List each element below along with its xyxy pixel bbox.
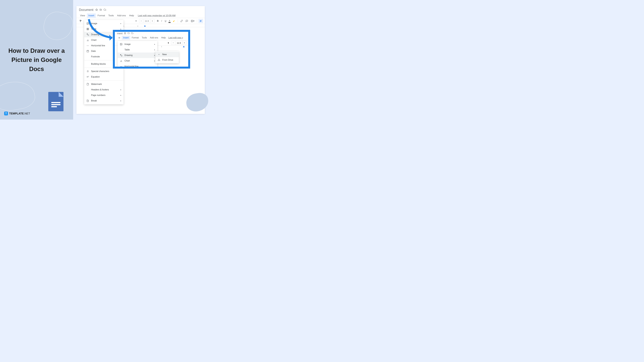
callout-menu-tools[interactable]: Tools	[140, 36, 148, 40]
callout-menu-insert[interactable]: Insert	[122, 36, 130, 40]
move-icon[interactable]	[100, 9, 102, 12]
break-icon	[86, 99, 89, 102]
callout-item-drawing[interactable]: Drawing ▸	[118, 53, 157, 58]
font-size-decrease[interactable]: −	[171, 41, 175, 45]
font-size-increase[interactable]: +	[182, 41, 186, 45]
chevron-right-icon: ▸	[120, 28, 121, 30]
menu-item-equation[interactable]: π² Equation	[84, 74, 124, 80]
comment-icon[interactable]	[184, 19, 189, 23]
callout-item-chart[interactable]: Chart ▸	[118, 58, 157, 64]
chevron-right-icon: ▸	[154, 43, 155, 45]
submenu-new[interactable]: + New	[156, 52, 179, 57]
ruler-indent-marker[interactable]	[183, 46, 185, 47]
menu-tools[interactable]: Tools	[107, 14, 116, 18]
svg-point-13	[121, 55, 122, 56]
menu-item-watermark[interactable]: Watermark	[84, 81, 124, 87]
google-docs-icon	[48, 92, 64, 111]
dropdown-caret-icon[interactable]: ▾	[134, 19, 138, 23]
paint-format-icon[interactable]	[78, 19, 83, 23]
hline-icon: —	[86, 44, 89, 47]
tutorial-left-panel: How to Draw over a Picture in Google Doc…	[0, 0, 73, 120]
document-title[interactable]: Document	[79, 8, 94, 12]
menubar: View Insert Format Tools Add-ons Help La…	[76, 13, 205, 18]
chevron-right-icon: ▸	[154, 60, 155, 62]
brand-icon: T	[4, 112, 8, 115]
drawing-icon	[120, 54, 122, 57]
chevron-right-icon: ▸	[120, 89, 121, 91]
font-size-decrease[interactable]: −	[139, 19, 143, 23]
link-icon[interactable]	[179, 19, 184, 23]
menu-view[interactable]: View	[78, 14, 87, 18]
ruler-indent-marker[interactable]	[144, 25, 146, 27]
svg-point-11	[120, 44, 121, 44]
chart-icon	[120, 59, 122, 62]
highlight-button[interactable]	[172, 19, 176, 23]
menu-help[interactable]: Help	[128, 14, 136, 18]
watermark-icon	[86, 83, 89, 86]
cloud-icon[interactable]	[104, 9, 106, 12]
menu-item-break[interactable]: Break ▸	[84, 98, 124, 104]
pi-icon: π²	[86, 75, 89, 78]
brand-text: TEMPLATE.NET	[9, 112, 30, 115]
align-icon[interactable]	[198, 19, 203, 23]
menu-insert[interactable]: Insert	[87, 14, 96, 18]
menu-addons[interactable]: Add-ons	[116, 14, 128, 18]
font-size-control: − 11.5 +	[139, 19, 154, 23]
star-icon[interactable]	[95, 9, 98, 12]
drawing-submenu: + New From Drive	[156, 51, 179, 63]
last-edit-link[interactable]: Last edit was yesterday at 10:09 AM	[138, 14, 176, 18]
move-icon[interactable]	[128, 32, 130, 35]
cloud-icon[interactable]	[131, 32, 133, 35]
omega-icon: Ω	[86, 70, 89, 73]
svg-marker-9	[124, 32, 126, 34]
tutorial-title: How to Draw over a Picture in Google Doc…	[4, 46, 69, 74]
callout-item-table[interactable]: Table ▸	[118, 47, 157, 53]
drive-icon	[158, 59, 160, 61]
callout-menu-help[interactable]: Help	[160, 36, 167, 40]
svg-point-2	[192, 20, 192, 21]
dropdown-caret-icon[interactable]: ▾	[167, 42, 170, 44]
callout-highlight-box: ment w Insert Format Tools Add-ons Help …	[113, 30, 190, 69]
chevron-right-icon: ▸	[120, 100, 121, 102]
star-icon[interactable]	[124, 32, 126, 35]
submenu-from-drive[interactable]: From Drive	[156, 57, 179, 63]
menu-item-page-numbers[interactable]: Page numbers ▸	[84, 92, 124, 98]
svg-marker-0	[96, 9, 98, 11]
font-size-value[interactable]: 11.5	[143, 19, 150, 23]
image-icon	[120, 43, 122, 46]
callout-insert-menu: Image ▸ Table ▸ Drawing ▸ Chart ▸ — Hori…	[118, 41, 157, 69]
chevron-right-icon: ▸	[120, 94, 121, 96]
menu-item-special-chars[interactable]: Ω Special characters	[84, 69, 124, 74]
image-icon[interactable]: ▾	[190, 19, 196, 23]
callout-last-edit[interactable]: Last edit was y	[167, 36, 184, 40]
chevron-right-icon: ▸	[120, 23, 121, 25]
calendar-icon	[86, 50, 89, 53]
menu-item-headers-footers[interactable]: Headers & footers ▸	[84, 87, 124, 92]
text-color-button[interactable]: A	[168, 19, 171, 23]
font-size-value[interactable]: 11.5	[175, 41, 182, 45]
hline-icon: —	[120, 65, 122, 68]
docs-window: Document View Insert Format Tools Add-on…	[76, 6, 205, 114]
plus-icon: +	[158, 53, 160, 56]
callout-ruler: 1	[159, 45, 188, 48]
underline-button[interactable]: U	[164, 19, 168, 23]
menu-format[interactable]: Format	[96, 14, 107, 18]
font-size-increase[interactable]: +	[150, 19, 154, 23]
italic-button[interactable]: I	[160, 19, 163, 23]
callout-item-hline[interactable]: — Horizontal line	[118, 64, 157, 69]
callout-menu-addons[interactable]: Add-ons	[148, 36, 160, 40]
bold-button[interactable]: B	[156, 19, 160, 23]
callout-arrow-icon	[85, 18, 118, 41]
callout-menu-format[interactable]: Format	[130, 36, 140, 40]
doc-title-fragment: ment	[117, 32, 122, 35]
chevron-right-icon: ▸	[154, 54, 155, 56]
svg-rect-8	[87, 50, 89, 52]
callout-item-image[interactable]: Image ▸	[118, 42, 157, 47]
brand-logo: T TEMPLATE.NET	[4, 112, 30, 115]
chevron-right-icon: ▸	[154, 49, 155, 51]
svg-rect-12	[120, 54, 121, 55]
